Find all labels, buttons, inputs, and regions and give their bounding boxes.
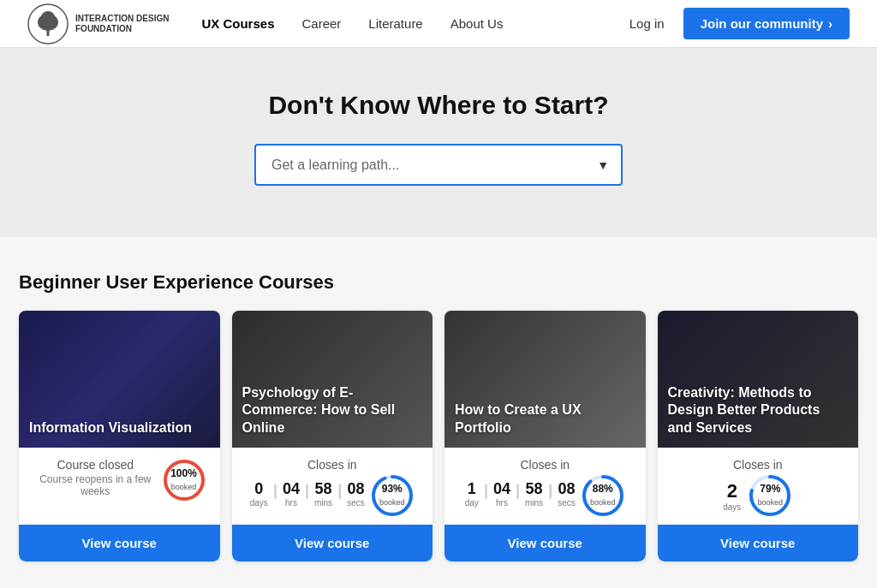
- booked-circle-3: 88% booked: [581, 473, 625, 518]
- learning-path-select[interactable]: Get a learning path...: [254, 144, 623, 186]
- card-sub-1: Course reopens in a few weeks: [33, 473, 158, 497]
- countdown-mins-2: 58 mins: [314, 480, 332, 508]
- hero-section: Don't Know Where to Start? Get a learnin…: [0, 48, 877, 237]
- booked-circle-1: 100% booked: [162, 458, 206, 502]
- card-title-3: How to Create a UX Portfolio: [455, 401, 635, 437]
- card-image-3: How to Create a UX Portfolio: [444, 311, 646, 448]
- booked-circle-4: 79% booked: [748, 473, 792, 518]
- countdown-days-3: 1 day: [465, 480, 479, 508]
- navbar: INTERACTION DESIGN FOUNDATION UX Courses…: [0, 0, 877, 48]
- booked-text-4: 79% booked: [758, 484, 784, 508]
- card-title-1: Information Visualization: [29, 419, 192, 437]
- card-image-bg-1: Information Visualization: [19, 311, 220, 448]
- countdown-row-3: 1 day | 04 hrs | 58 mins |: [465, 480, 576, 508]
- courses-section: Beginner User Experience Courses Informa…: [2, 237, 875, 588]
- countdown-booked-3: 1 day | 04 hrs | 58 mins |: [465, 473, 625, 518]
- navbar-right: Log in Join our community ›: [621, 8, 850, 39]
- card-image-2: Psychology of E-Commerce: How to Sell On…: [232, 311, 433, 448]
- login-button[interactable]: Log in: [621, 11, 673, 36]
- card-image-1: Information Visualization: [19, 311, 220, 448]
- card-image-bg-4: Creativity: Methods to Design Better Pro…: [658, 311, 859, 448]
- nav-about-us[interactable]: About Us: [438, 11, 516, 36]
- countdown-booked-2: 0 days | 04 hrs | 58 mins |: [250, 473, 415, 518]
- svg-point-3: [41, 11, 55, 23]
- countdown-mins-3: 58 mins: [525, 480, 543, 508]
- countdown-booked-4: 2 days 79% booked: [723, 473, 792, 518]
- countdown-hrs-3: 04 hrs: [493, 480, 510, 508]
- card-status-3: Closes in: [520, 458, 570, 472]
- countdown-days-4: 2 days: [723, 480, 741, 512]
- card-status-1: Course closed: [33, 458, 158, 472]
- booked-text-1: 100% booked: [170, 468, 197, 492]
- card-image-bg-3: How to Create a UX Portfolio: [444, 311, 646, 448]
- logo[interactable]: INTERACTION DESIGN FOUNDATION: [27, 3, 169, 45]
- card-closed-row-1: Course closed Course reopens in a few we…: [29, 458, 210, 502]
- card-body-1: Course closed Course reopens in a few we…: [19, 448, 220, 525]
- view-course-button-3[interactable]: View course: [444, 525, 646, 561]
- join-button[interactable]: Join our community ›: [683, 8, 850, 39]
- view-course-button-1[interactable]: View course: [19, 525, 220, 561]
- countdown-days-2: 0 days: [250, 480, 268, 508]
- course-card-4: Creativity: Methods to Design Better Pro…: [658, 311, 859, 561]
- nav-ux-courses[interactable]: UX Courses: [189, 11, 286, 36]
- view-course-button-4[interactable]: View course: [658, 525, 859, 561]
- nav-literature[interactable]: Literature: [356, 11, 434, 36]
- card-status-4: Closes in: [733, 458, 783, 472]
- course-card-2: Psychology of E-Commerce: How to Sell On…: [232, 311, 433, 561]
- view-course-button-2[interactable]: View course: [232, 525, 433, 561]
- learning-path-wrapper: Get a learning path... ▼: [254, 144, 623, 186]
- logo-icon: [27, 3, 69, 45]
- section-title: Beginner User Experience Courses: [19, 271, 858, 294]
- card-image-bg-2: Psychology of E-Commerce: How to Sell On…: [232, 311, 433, 448]
- course-card-3: How to Create a UX Portfolio Closes in 1…: [444, 311, 646, 561]
- card-body-4: Closes in 2 days 79% booked: [658, 448, 859, 525]
- card-title-4: Creativity: Methods to Design Better Pro…: [668, 384, 849, 437]
- nav-links: UX Courses Career Literature About Us: [189, 11, 620, 36]
- booked-text-2: 93% booked: [379, 484, 405, 508]
- card-body-2: Closes in 0 days | 04 hrs |: [232, 448, 433, 525]
- nav-career[interactable]: Career: [289, 11, 353, 36]
- card-image-4: Creativity: Methods to Design Better Pro…: [658, 311, 859, 448]
- course-card-1: Information Visualization Course closed …: [19, 311, 220, 561]
- card-title-2: Psychology of E-Commerce: How to Sell On…: [242, 384, 423, 437]
- card-body-3: Closes in 1 day | 04 hrs |: [444, 448, 646, 525]
- countdown-hrs-2: 04 hrs: [283, 480, 300, 508]
- hero-title: Don't Know Where to Start?: [17, 91, 860, 120]
- countdown-secs-2: 08 secs: [347, 480, 365, 508]
- card-status-2: Closes in: [307, 458, 357, 472]
- countdown-secs-3: 08 secs: [558, 480, 576, 508]
- logo-text: INTERACTION DESIGN FOUNDATION: [75, 14, 169, 34]
- booked-text-3: 88% booked: [590, 484, 616, 508]
- card-closed-info-1: Course closed Course reopens in a few we…: [33, 458, 158, 502]
- countdown-row-2: 0 days | 04 hrs | 58 mins |: [250, 480, 365, 508]
- cards-grid: Information Visualization Course closed …: [19, 311, 858, 561]
- booked-circle-wrap-1: 100% booked: [162, 458, 206, 502]
- booked-circle-2: 93% booked: [370, 473, 415, 518]
